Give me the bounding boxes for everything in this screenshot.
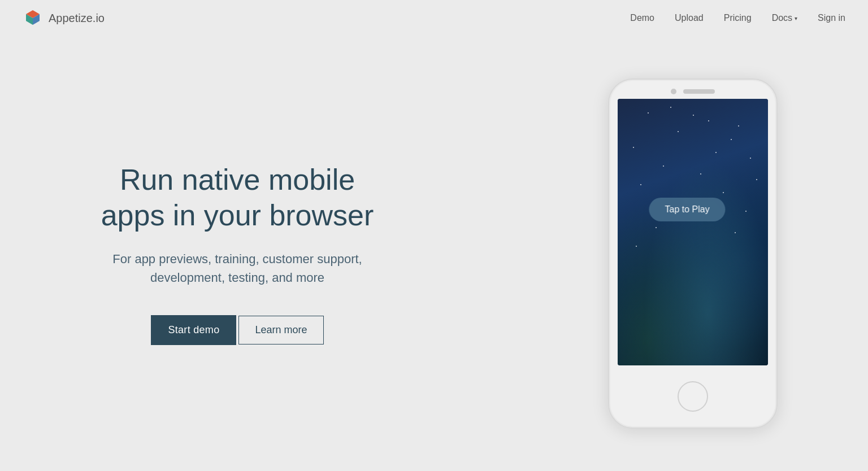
nav-demo[interactable]: Demo (630, 13, 654, 23)
phone-home-button[interactable] (678, 381, 708, 412)
cta-buttons: Start demo Learn more (90, 315, 384, 345)
start-demo-button[interactable]: Start demo (151, 315, 236, 345)
logo-text: Appetize.io (49, 12, 105, 25)
main-nav: Demo Upload Pricing Docs ▾ Sign in (630, 13, 845, 23)
phone-container: Tap to Play (608, 78, 778, 429)
nav-upload[interactable]: Upload (675, 13, 704, 23)
logo-icon (23, 8, 43, 28)
screen-stars (618, 99, 768, 365)
chevron-down-icon: ▾ (795, 15, 797, 21)
phone-bottom (678, 365, 708, 428)
hero-title: Run native mobile apps in your browser (90, 162, 384, 233)
nav-docs[interactable]: Docs ▾ (772, 13, 797, 23)
phone-mockup: Tap to Play (608, 78, 778, 429)
hero-section: Run native mobile apps in your browser F… (90, 162, 384, 345)
main-content: Run native mobile apps in your browser F… (0, 36, 868, 471)
logo-link[interactable]: Appetize.io (23, 8, 105, 28)
phone-screen[interactable]: Tap to Play (618, 99, 768, 365)
nav-signin[interactable]: Sign in (818, 13, 845, 23)
phone-speaker (683, 89, 715, 94)
header: Appetize.io Demo Upload Pricing Docs ▾ S… (0, 0, 868, 36)
nav-pricing[interactable]: Pricing (724, 13, 752, 23)
learn-more-button[interactable]: Learn more (238, 316, 323, 344)
tap-to-play-button[interactable]: Tap to Play (649, 198, 725, 221)
phone-camera (671, 89, 676, 94)
hero-subtitle: For app previews, training, customer sup… (90, 250, 384, 287)
phone-top-bar (609, 80, 776, 94)
